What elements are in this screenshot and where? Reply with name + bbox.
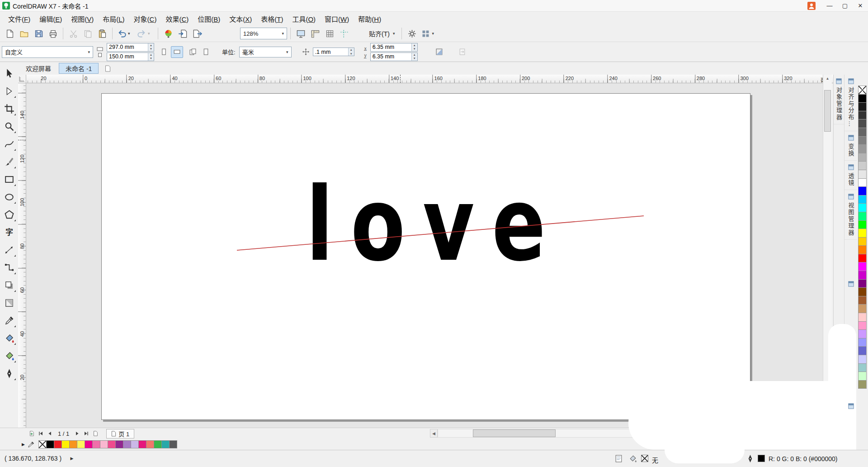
freehand-tool[interactable] [1,136,17,152]
color-swatch[interactable] [108,440,116,448]
spin-down-icon[interactable]: ▼ [412,47,417,51]
color-swatch[interactable] [858,380,867,389]
color-swatch[interactable] [858,144,867,153]
previous-page-button[interactable] [45,429,54,438]
color-swatch[interactable] [154,440,162,448]
artistic-text-object[interactable]: love [306,174,563,276]
docker-tab-object-manager[interactable]: 对象管理器 [834,75,844,124]
tab-untitled-1[interactable]: 未命名 -1 [59,63,99,74]
menu-item-tools[interactable]: 工具(O) [288,12,320,25]
print-button[interactable] [46,27,60,40]
units-select[interactable]: 毫米▾ [239,47,292,57]
spin-down-icon[interactable]: ▼ [412,57,417,61]
menu-item-file[interactable]: 文件(F) [4,12,35,25]
page-height-value[interactable] [107,53,154,61]
pick-tool[interactable] [1,66,17,81]
color-swatch[interactable] [858,245,867,254]
color-swatch[interactable] [138,440,146,448]
color-swatch[interactable] [858,296,867,305]
horizontal-scroll-thumb[interactable] [473,429,556,437]
tab-welcome-screen[interactable]: 欢迎屏幕 [19,63,58,74]
cut-button[interactable] [66,27,80,40]
close-button[interactable]: ✕ [853,0,868,11]
horizontal-ruler[interactable]: 毫米 2002040608010012014016018020022024026… [26,75,833,83]
color-swatch[interactable] [858,102,867,111]
color-swatch[interactable] [858,287,867,296]
color-swatch[interactable] [858,372,867,381]
duplicate-x-input[interactable]: ▲▼ [370,43,418,52]
fullscreen-preview-button[interactable] [294,27,307,40]
search-content-button[interactable] [161,27,175,40]
paste-button[interactable] [95,27,109,40]
ellipse-tool[interactable] [1,189,17,205]
save-button[interactable] [32,27,45,40]
show-grid-button[interactable] [323,27,336,40]
color-swatch[interactable] [46,440,54,448]
menu-item-help[interactable]: 帮助(H) [354,12,386,25]
last-page-button[interactable] [82,429,91,438]
current-page-button[interactable] [200,46,212,58]
color-swatch[interactable] [100,440,108,448]
app-launcher-button[interactable]: ▾ [420,27,439,40]
color-swatch[interactable] [858,229,867,238]
status-expand-button[interactable]: ▶ [68,454,76,462]
color-swatch[interactable] [858,262,867,271]
treat-as-filled-button[interactable] [433,46,445,58]
portrait-button[interactable] [158,46,170,58]
color-swatch[interactable] [858,94,867,103]
rectangle-tool[interactable] [1,172,17,187]
text-tool[interactable]: 字 [1,224,17,240]
snap-to-button[interactable]: 贴齐(T)▾ [365,27,398,40]
color-swatch[interactable] [115,440,123,448]
add-page-after-button[interactable] [91,429,100,438]
import-button[interactable] [176,27,189,40]
color-swatch[interactable] [858,111,867,120]
color-swatch[interactable] [54,440,62,448]
color-swatch[interactable] [123,440,131,448]
color-swatch[interactable] [858,304,867,313]
first-page-button[interactable] [36,429,45,438]
fill-color-swatch[interactable] [641,455,648,462]
color-swatch[interactable] [858,203,867,212]
color-swatch[interactable] [69,440,77,448]
transparency-tool[interactable] [1,295,17,310]
account-icon[interactable] [807,2,816,10]
parallel-dimension-tool[interactable] [1,242,17,257]
zoom-tool[interactable] [1,119,17,134]
vertical-ruler[interactable]: 14012010080604020 [18,83,26,428]
color-swatch[interactable] [161,440,170,448]
docker-tab-1[interactable]: 变换 [844,131,857,161]
docker-tab-2[interactable]: 透镜 [844,161,857,190]
undo-button[interactable]: ▾ [116,27,135,40]
color-eyedropper-tool[interactable] [1,313,17,328]
spinner-arrows[interactable]: ▲▼ [348,48,354,56]
color-swatch[interactable] [858,128,867,137]
interactive-fill-tool[interactable] [1,330,17,346]
color-swatch[interactable] [858,329,867,338]
spinner-arrows[interactable]: ▲▼ [411,53,417,61]
spinner-arrows[interactable]: ▲▼ [148,53,154,61]
show-guidelines-button[interactable] [337,27,351,40]
drawing-canvas[interactable]: love [26,83,823,428]
page-width-input[interactable]: ▲▼ [107,43,154,52]
color-swatch[interactable] [858,186,867,195]
shape-tool[interactable] [1,83,17,99]
artistic-media-tool[interactable] [1,154,17,169]
color-swatch[interactable] [77,440,85,448]
maximize-button[interactable]: ▢ [837,0,853,11]
smart-fill-tool[interactable] [1,348,17,363]
spin-up-icon[interactable]: ▲ [148,43,154,48]
color-swatch[interactable] [858,119,867,128]
spin-up-icon[interactable]: ▲ [349,48,354,52]
outline-color-swatch[interactable] [758,455,765,462]
new-document-tab-button[interactable] [103,64,112,73]
menu-item-object[interactable]: 对象(C) [129,12,161,25]
duplicate-y-value[interactable] [371,53,417,61]
outline-pen-icon[interactable] [746,454,755,463]
spin-down-icon[interactable]: ▼ [349,52,354,56]
scroll-left-icon[interactable]: ◀ [430,429,438,438]
color-swatch[interactable] [858,363,867,372]
spin-down-icon[interactable]: ▼ [148,47,154,51]
options-button[interactable] [405,27,419,40]
menu-item-view[interactable]: 视图(V) [66,12,98,25]
